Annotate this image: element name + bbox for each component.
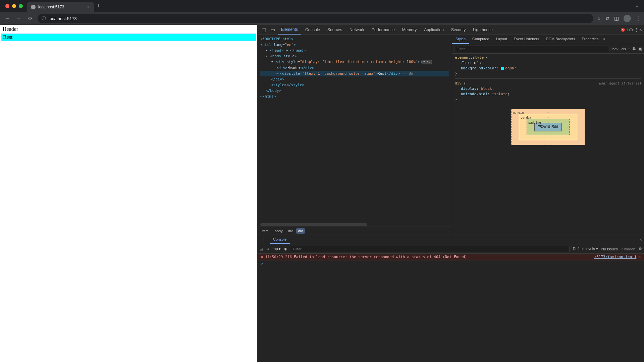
styles-tab-properties[interactable]: Properties bbox=[578, 35, 602, 44]
tab-elements[interactable]: Elements bbox=[278, 25, 301, 35]
minimize-window-button[interactable] bbox=[12, 4, 16, 8]
dom-doctype[interactable]: <!DOCTYPE html> bbox=[260, 37, 293, 41]
devtools-tabbar: ⬚ ▭ Elements Console Sources Network Per… bbox=[258, 25, 644, 35]
tab-list-chevron-icon[interactable]: ⌄ bbox=[635, 4, 639, 8]
styles-tabs-more-icon[interactable]: » bbox=[602, 35, 607, 44]
browser-toolbar: ← → ⟳ ⓘ ☆ ⧉ ◫ ⋮ bbox=[0, 12, 644, 25]
devtools-settings-icon[interactable]: ⚙ bbox=[629, 27, 633, 33]
window-controls bbox=[5, 4, 23, 8]
dom-selected-node[interactable]: ⋯ <div style="flex: 1; background-color:… bbox=[260, 71, 449, 76]
new-style-rule-icon[interactable]: + bbox=[628, 47, 630, 51]
forward-button[interactable]: → bbox=[15, 15, 23, 21]
flex-badge[interactable]: flex bbox=[421, 60, 433, 64]
page-header-div: Header bbox=[0, 25, 257, 34]
bookmark-icon[interactable]: ☆ bbox=[597, 15, 601, 21]
log-error-badge-icon: ⊗ bbox=[638, 255, 641, 259]
cls-toggle[interactable]: .cls bbox=[620, 47, 626, 51]
console-error-row[interactable]: ⊗ 11:50:29.216 Failed to load resource: … bbox=[258, 254, 644, 260]
device-toolbar-icon[interactable]: ▭ bbox=[269, 26, 277, 34]
side-panel-icon[interactable]: ◫ bbox=[614, 15, 619, 21]
console-filter-input[interactable] bbox=[291, 246, 569, 252]
styles-tab-styles[interactable]: Styles bbox=[452, 35, 469, 44]
devtools-close-icon[interactable]: × bbox=[639, 27, 642, 33]
crumb-html[interactable]: html bbox=[260, 228, 271, 234]
styles-tab-computed[interactable]: Computed bbox=[469, 35, 493, 44]
console-context-select[interactable]: top▾ bbox=[273, 247, 281, 251]
tab-close-icon[interactable]: × bbox=[87, 4, 90, 10]
tab-memory[interactable]: Memory bbox=[399, 25, 420, 34]
tab-security[interactable]: Security bbox=[448, 25, 469, 34]
styles-tab-dombreakpoints[interactable]: DOM Breakpoints bbox=[543, 35, 579, 44]
console-live-expr-icon[interactable]: ◉ bbox=[284, 247, 287, 251]
error-count: 1 bbox=[626, 28, 628, 32]
devtools-panel: ⬚ ▭ Elements Console Sources Network Per… bbox=[258, 25, 644, 362]
close-window-button[interactable] bbox=[5, 4, 9, 8]
drawer-close-icon[interactable]: × bbox=[640, 237, 642, 242]
console-sidebar-toggle-icon[interactable]: ▤ bbox=[260, 247, 263, 251]
tab-lighthouse[interactable]: Lighthouse bbox=[470, 25, 496, 34]
tab-sources[interactable]: Sources bbox=[324, 25, 345, 34]
tab-network[interactable]: Network bbox=[346, 25, 368, 34]
styles-computed-toggle-icon[interactable]: ▣ bbox=[638, 47, 642, 51]
inspect-element-icon[interactable]: ⬚ bbox=[260, 26, 268, 34]
error-icon: ⊗ bbox=[261, 255, 263, 259]
error-count-badge[interactable]: ✕ 1 bbox=[621, 28, 628, 32]
drawer-more-icon[interactable]: ⋮ bbox=[260, 236, 268, 244]
tab-performance[interactable]: Performance bbox=[368, 25, 398, 34]
console-drawer: ⋮ Console × ▤ ⊘ top▾ ◉ Default levels ▾ … bbox=[258, 235, 644, 362]
log-message: Failed to load resource: the server resp… bbox=[294, 255, 594, 259]
address-input[interactable] bbox=[49, 16, 589, 21]
tab-application[interactable]: Application bbox=[421, 25, 447, 34]
console-prompt[interactable]: > bbox=[258, 260, 644, 267]
browser-tab[interactable]: localhost:5173 × bbox=[27, 2, 94, 12]
elements-panel: <!DOCTYPE html> <html lang="en"> ▸ <head… bbox=[258, 35, 452, 235]
styles-filter-input[interactable] bbox=[454, 46, 609, 52]
tab-console[interactable]: Console bbox=[302, 25, 323, 34]
console-issues-button[interactable]: No Issues bbox=[601, 247, 618, 251]
new-tab-button[interactable]: + bbox=[97, 3, 100, 10]
page-rest-div: Rest bbox=[1, 34, 256, 41]
console-log-area[interactable]: ⊗ 11:50:29.216 Failed to load resource: … bbox=[258, 254, 644, 362]
reload-button[interactable]: ⟳ bbox=[26, 15, 34, 22]
crumb-div2[interactable]: div bbox=[296, 228, 305, 234]
back-button[interactable]: ← bbox=[3, 15, 11, 21]
console-settings-icon[interactable]: ⚙ bbox=[639, 247, 642, 251]
box-model-diagram[interactable]: margin ---- border ---- padding ---- 752… bbox=[455, 102, 641, 148]
console-clear-icon[interactable]: ⊘ bbox=[266, 247, 269, 251]
tab-title: localhost:5173 bbox=[38, 5, 85, 9]
styles-panel: Styles Computed Layout Event Listeners D… bbox=[452, 35, 644, 235]
crumb-body[interactable]: body bbox=[273, 228, 285, 234]
dom-breadcrumb: html body div div bbox=[258, 227, 452, 235]
tab-favicon-icon bbox=[31, 5, 36, 9]
dom-tree[interactable]: <!DOCTYPE html> <html lang="en"> ▸ <head… bbox=[258, 35, 452, 223]
console-hidden-count[interactable]: 2 hidden bbox=[621, 247, 635, 251]
log-source-link[interactable]: :5173/favicon.ico:1 bbox=[594, 255, 637, 259]
extensions-icon[interactable]: ⧉ bbox=[606, 15, 609, 21]
styles-tab-layout[interactable]: Layout bbox=[493, 35, 511, 44]
crumb-div1[interactable]: div bbox=[286, 228, 295, 234]
styles-print-icon[interactable]: 🖶 bbox=[632, 47, 636, 51]
address-bar[interactable]: ⓘ bbox=[38, 14, 593, 23]
dom-horizontal-scrollbar[interactable] bbox=[260, 223, 367, 226]
profile-avatar[interactable] bbox=[624, 15, 631, 22]
styles-tab-eventlisteners[interactable]: Event Listeners bbox=[511, 35, 543, 44]
color-swatch-icon[interactable] bbox=[501, 67, 504, 70]
maximize-window-button[interactable] bbox=[19, 4, 23, 8]
drawer-tab-console[interactable]: Console bbox=[270, 236, 290, 244]
hov-toggle[interactable]: :hov bbox=[611, 47, 619, 51]
error-dot-icon: ✕ bbox=[621, 28, 625, 32]
page-viewport: Header Rest bbox=[0, 25, 258, 362]
devtools-more-icon[interactable]: ⋮ bbox=[634, 27, 639, 33]
browser-tab-strip: localhost:5173 × + ⌄ bbox=[0, 0, 644, 12]
log-timestamp: 11:50:29.216 bbox=[265, 255, 292, 259]
console-levels-select[interactable]: Default levels ▾ bbox=[573, 247, 598, 251]
site-info-icon[interactable]: ⓘ bbox=[42, 15, 46, 21]
menu-icon[interactable]: ⋮ bbox=[636, 15, 641, 21]
